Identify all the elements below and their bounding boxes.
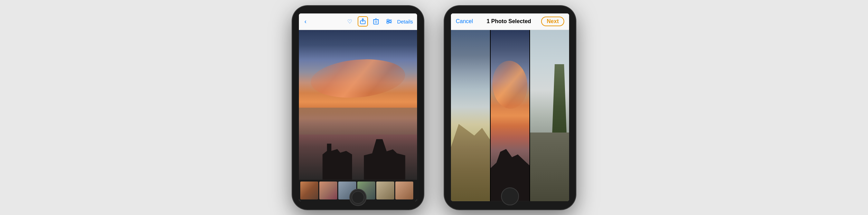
- selection-badge-3[interactable]: [557, 189, 566, 198]
- photo-toolbar: ‹ ♡: [299, 13, 417, 30]
- svg-point-11: [389, 21, 391, 22]
- share-icon[interactable]: [358, 16, 368, 27]
- selection-badge-1[interactable]: [478, 189, 487, 198]
- main-photo[interactable]: [299, 30, 417, 180]
- photo-viewer-screen: ‹ ♡: [299, 13, 417, 201]
- grid-photo-2[interactable]: ✓: [491, 30, 530, 201]
- home-button[interactable]: [349, 189, 367, 206]
- svg-rect-2: [374, 20, 378, 24]
- selection-toolbar: Cancel 1 Photo Selected Next: [451, 13, 569, 30]
- sunset-image: [299, 30, 417, 180]
- phone-2: Cancel 1 Photo Selected Next ✓: [444, 6, 576, 209]
- thumbnail-6[interactable]: [395, 182, 413, 199]
- photo-grid: ✓: [451, 30, 569, 201]
- trash-icon[interactable]: [371, 16, 381, 27]
- svg-point-12: [387, 22, 389, 24]
- next-button[interactable]: Next: [541, 17, 564, 26]
- phone-1: ‹ ♡: [292, 6, 424, 209]
- cancel-button[interactable]: Cancel: [456, 18, 477, 25]
- svg-point-10: [387, 19, 389, 21]
- selection-badge-2[interactable]: ✓: [518, 189, 527, 198]
- building-silhouette: [299, 135, 417, 179]
- thumbnail-2[interactable]: [319, 182, 337, 199]
- check-icon: ✓: [520, 192, 524, 196]
- photo-selection-screen: Cancel 1 Photo Selected Next ✓: [451, 13, 569, 201]
- sliders-icon[interactable]: [384, 16, 394, 27]
- heart-icon[interactable]: ♡: [345, 16, 355, 27]
- thumbnail-5[interactable]: [376, 182, 394, 199]
- home-button-ring: [352, 191, 364, 204]
- home-button-2[interactable]: [501, 187, 519, 205]
- thumbnail-1[interactable]: [300, 182, 318, 199]
- grid-photo-3[interactable]: [530, 30, 569, 201]
- back-button[interactable]: ‹: [303, 17, 308, 27]
- details-button[interactable]: Details: [397, 19, 413, 25]
- grid-photo-1[interactable]: [451, 30, 490, 201]
- selection-title: 1 Photo Selected: [477, 18, 541, 25]
